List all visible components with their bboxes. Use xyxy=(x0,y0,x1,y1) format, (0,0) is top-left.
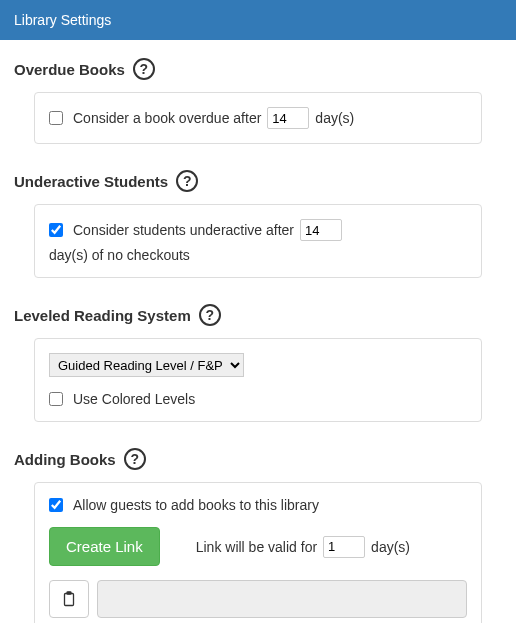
overdue-label-before: Consider a book overdue after xyxy=(73,110,261,126)
underactive-checkbox[interactable] xyxy=(49,223,63,237)
section-overdue: Overdue Books ? Consider a book overdue … xyxy=(0,40,516,152)
overdue-label-after: day(s) xyxy=(315,110,354,126)
clipboard-icon xyxy=(62,591,76,607)
allow-guests-checkbox[interactable] xyxy=(49,498,63,512)
adding-create-row: Create Link Link will be valid for day(s… xyxy=(49,527,467,566)
leveled-select-row: Guided Reading Level / F&P xyxy=(49,353,467,377)
adding-title-text: Adding Books xyxy=(14,451,116,468)
overdue-panel: Consider a book overdue after day(s) xyxy=(34,92,482,144)
link-valid-wrap: Link will be valid for day(s) xyxy=(196,536,410,558)
page-title: Library Settings xyxy=(14,12,111,28)
svg-rect-0 xyxy=(65,594,74,606)
valid-days-input[interactable] xyxy=(323,536,365,558)
leveled-panel: Guided Reading Level / F&P Use Colored L… xyxy=(34,338,482,422)
help-icon[interactable]: ? xyxy=(199,304,221,326)
link-output-field[interactable] xyxy=(97,580,467,618)
overdue-checkbox[interactable] xyxy=(49,111,63,125)
section-title: Underactive Students ? xyxy=(14,170,502,192)
copy-link-button[interactable] xyxy=(49,580,89,618)
section-leveled: Leveled Reading System ? Guided Reading … xyxy=(0,286,516,430)
adding-output-row xyxy=(49,580,467,618)
section-title: Leveled Reading System ? xyxy=(14,304,502,326)
help-icon[interactable]: ? xyxy=(176,170,198,192)
underactive-title-text: Underactive Students xyxy=(14,173,168,190)
section-title: Overdue Books ? xyxy=(14,58,502,80)
underactive-row: Consider students underactive after day(… xyxy=(49,219,467,263)
leveled-system-select[interactable]: Guided Reading Level / F&P xyxy=(49,353,244,377)
leveled-title-text: Leveled Reading System xyxy=(14,307,191,324)
overdue-title-text: Overdue Books xyxy=(14,61,125,78)
svg-rect-1 xyxy=(67,592,71,594)
overdue-days-input[interactable] xyxy=(267,107,309,129)
valid-label-before: Link will be valid for xyxy=(196,539,317,555)
help-icon[interactable]: ? xyxy=(124,448,146,470)
section-title: Adding Books ? xyxy=(14,448,502,470)
section-underactive: Underactive Students ? Consider students… xyxy=(0,152,516,286)
underactive-panel: Consider students underactive after day(… xyxy=(34,204,482,278)
underactive-days-input[interactable] xyxy=(300,219,342,241)
adding-panel: Allow guests to add books to this librar… xyxy=(34,482,482,623)
allow-guests-label: Allow guests to add books to this librar… xyxy=(73,497,319,513)
leveled-colored-row: Use Colored Levels xyxy=(49,391,467,407)
underactive-label-before: Consider students underactive after xyxy=(73,222,294,238)
use-colored-levels-label: Use Colored Levels xyxy=(73,391,195,407)
underactive-label-after: day(s) of no checkouts xyxy=(49,247,190,263)
create-link-button[interactable]: Create Link xyxy=(49,527,160,566)
valid-label-after: day(s) xyxy=(371,539,410,555)
use-colored-levels-checkbox[interactable] xyxy=(49,392,63,406)
section-adding: Adding Books ? Allow guests to add books… xyxy=(0,430,516,623)
help-icon[interactable]: ? xyxy=(133,58,155,80)
adding-allow-row: Allow guests to add books to this librar… xyxy=(49,497,467,513)
overdue-row: Consider a book overdue after day(s) xyxy=(49,107,467,129)
page-header: Library Settings xyxy=(0,0,516,40)
